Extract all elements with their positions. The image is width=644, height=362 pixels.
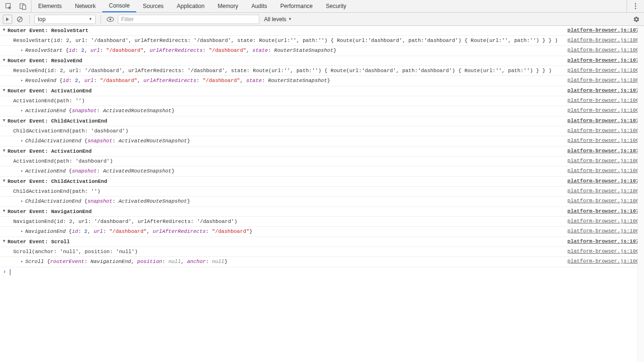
- log-text: Scroll(anchor: 'null', position: 'null'): [3, 248, 564, 255]
- console-message: ActivationEnd(path: '')platform-browser.…: [0, 96, 644, 106]
- source-link[interactable]: platform-browser.js:1066: [564, 77, 642, 83]
- log-level-select[interactable]: All levels ▼: [262, 15, 294, 24]
- log-object[interactable]: ResolveStart {id: 2, url: "/dashboard", …: [3, 47, 564, 55]
- tab-elements[interactable]: Elements: [32, 0, 68, 12]
- source-link[interactable]: platform-browser.js:1066: [564, 107, 642, 113]
- source-link[interactable]: platform-browser.js:1066: [564, 137, 642, 143]
- source-link[interactable]: platform-browser.js:1075: [564, 178, 642, 184]
- group-title: Router Event: ActivationEnd: [8, 148, 564, 155]
- svg-point-9: [109, 18, 111, 20]
- source-link[interactable]: platform-browser.js:1075: [564, 117, 642, 123]
- toggle-sidebar-icon[interactable]: [3, 15, 12, 24]
- tabbar-right-icons: [627, 0, 644, 12]
- source-link[interactable]: platform-browser.js:1075: [564, 238, 642, 244]
- log-object[interactable]: ResolveEnd {id: 2, url: "/dashboard", ur…: [3, 77, 564, 85]
- chevron-down-icon: ▼: [89, 17, 92, 21]
- source-link[interactable]: platform-browser.js:1066: [564, 127, 642, 133]
- device-toolbar-icon[interactable]: [18, 1, 27, 11]
- inspect-element-icon[interactable]: [4, 1, 13, 11]
- source-link[interactable]: platform-browser.js:1066: [564, 258, 642, 264]
- log-object[interactable]: NavigationEnd {id: 2, url: "/dashboard",…: [3, 228, 564, 236]
- expand-caret-icon[interactable]: ▼: [3, 27, 8, 33]
- source-link[interactable]: platform-browser.js:1066: [564, 47, 642, 53]
- console-group-header[interactable]: ▼Router Event: Scrollplatform-browser.js…: [0, 237, 644, 247]
- source-link[interactable]: platform-browser.js:1075: [564, 57, 642, 63]
- tab-sources[interactable]: Sources: [136, 0, 170, 12]
- log-text: ActivationEnd(path: 'dashboard'): [3, 157, 564, 165]
- console-group-header[interactable]: ▼Router Event: ActivationEndplatform-bro…: [0, 86, 644, 96]
- console-group-header[interactable]: ▼Router Event: ActivationEndplatform-bro…: [0, 147, 644, 156]
- source-link[interactable]: platform-browser.js:1075: [564, 148, 642, 154]
- log-text: NavigationEnd(id: 2, url: '/dashboard', …: [3, 218, 564, 225]
- execution-context-select[interactable]: top ▼: [34, 15, 96, 24]
- source-link[interactable]: platform-browser.js:1066: [564, 218, 642, 224]
- svg-point-3: [635, 3, 636, 5]
- chevron-down-icon: ▼: [288, 17, 292, 21]
- console-group-header[interactable]: ▼Router Event: ChildActivationEndplatfor…: [0, 116, 644, 126]
- log-object[interactable]: Scroll {routerEvent: NavigationEnd, posi…: [3, 258, 564, 266]
- source-link[interactable]: platform-browser.js:1075: [564, 27, 642, 33]
- group-title: Router Event: ResolveStart: [8, 27, 564, 34]
- console-group-header[interactable]: ▼Router Event: ChildActivationEndplatfor…: [0, 177, 644, 187]
- log-level-value: All levels: [264, 16, 286, 23]
- group-title: Router Event: ChildActivationEnd: [8, 117, 564, 125]
- svg-point-5: [635, 8, 636, 9]
- source-link[interactable]: platform-browser.js:1066: [564, 167, 642, 173]
- expand-caret-icon[interactable]: ▼: [3, 117, 8, 123]
- scrollbar[interactable]: [637, 26, 644, 362]
- console-message: ChildActivationEnd(path: '')platform-bro…: [0, 187, 644, 197]
- tab-network[interactable]: Network: [68, 0, 102, 12]
- source-link[interactable]: platform-browser.js:1066: [564, 197, 642, 204]
- console-group-header[interactable]: ▼Router Event: ResolveStartplatform-brow…: [0, 26, 644, 36]
- text-cursor: [10, 269, 10, 275]
- expand-caret-icon[interactable]: ▼: [3, 87, 8, 93]
- source-link[interactable]: platform-browser.js:1066: [564, 188, 642, 194]
- tab-console[interactable]: Console: [102, 0, 136, 12]
- log-object[interactable]: ActivationEnd {snapshot: ActivatedRouteS…: [3, 107, 564, 115]
- tab-audits[interactable]: Audits: [245, 0, 273, 12]
- log-text: ChildActivationEnd(path: 'dashboard'): [3, 127, 564, 135]
- group-title: Router Event: Scroll: [8, 238, 564, 246]
- console-group-header[interactable]: ▼Router Event: NavigationEndplatform-bro…: [0, 207, 644, 217]
- source-link[interactable]: platform-browser.js:1066: [564, 157, 642, 164]
- log-text: ChildActivationEnd(path: ''): [3, 188, 564, 195]
- source-link[interactable]: platform-browser.js:1066: [564, 37, 642, 43]
- log-text: ActivationEnd(path: ''): [3, 97, 564, 105]
- source-link[interactable]: platform-browser.js:1075: [564, 208, 642, 214]
- source-link[interactable]: platform-browser.js:1066: [564, 248, 642, 254]
- console-message: ChildActivationEnd {snapshot: ActivatedR…: [0, 136, 644, 147]
- expand-caret-icon[interactable]: ▼: [3, 57, 8, 63]
- filter-input[interactable]: [118, 15, 259, 24]
- clear-console-icon[interactable]: [15, 15, 25, 24]
- source-link[interactable]: platform-browser.js:1075: [564, 87, 642, 93]
- source-link[interactable]: platform-browser.js:1066: [564, 228, 642, 234]
- tab-security[interactable]: Security: [319, 0, 353, 12]
- console-settings-icon[interactable]: [632, 15, 641, 24]
- console-message: ResolveStart(id: 2, url: '/dashboard', u…: [0, 36, 644, 46]
- console-group-header[interactable]: ▼Router Event: ResolveEndplatform-browse…: [0, 56, 644, 66]
- tabbar-left-icons: [0, 0, 32, 12]
- expand-caret-icon[interactable]: ▼: [3, 178, 8, 183]
- log-text: ResolveStart(id: 2, url: '/dashboard', u…: [3, 37, 564, 44]
- kebab-menu-icon[interactable]: [631, 1, 640, 11]
- group-title: Router Event: ActivationEnd: [8, 87, 564, 95]
- console-message: ActivationEnd {snapshot: ActivatedRouteS…: [0, 106, 644, 116]
- tab-memory[interactable]: Memory: [211, 0, 245, 12]
- tab-application[interactable]: Application: [170, 0, 211, 12]
- console-message: ActivationEnd {snapshot: ActivatedRouteS…: [0, 166, 644, 177]
- expand-caret-icon[interactable]: ▼: [3, 148, 8, 153]
- log-object[interactable]: ChildActivationEnd {snapshot: ActivatedR…: [3, 137, 564, 145]
- live-expression-icon[interactable]: [106, 15, 115, 24]
- console-prompt[interactable]: ›: [0, 267, 644, 277]
- console-message: ActivationEnd(path: 'dashboard')platform…: [0, 156, 644, 166]
- log-object[interactable]: ChildActivationEnd {snapshot: ActivatedR…: [3, 197, 564, 206]
- expand-caret-icon[interactable]: ▼: [3, 238, 8, 244]
- expand-caret-icon[interactable]: ▼: [3, 208, 8, 214]
- console-message: ResolveEnd(id: 2, url: '/dashboard', url…: [0, 66, 644, 76]
- console-message: Scroll(anchor: 'null', position: 'null')…: [0, 247, 644, 257]
- tab-performance[interactable]: Performance: [274, 0, 320, 12]
- console-output[interactable]: ▼Router Event: ResolveStartplatform-brow…: [0, 26, 644, 362]
- log-object[interactable]: ActivationEnd {snapshot: ActivatedRouteS…: [3, 167, 564, 175]
- source-link[interactable]: platform-browser.js:1066: [564, 97, 642, 103]
- source-link[interactable]: platform-browser.js:1066: [564, 67, 642, 73]
